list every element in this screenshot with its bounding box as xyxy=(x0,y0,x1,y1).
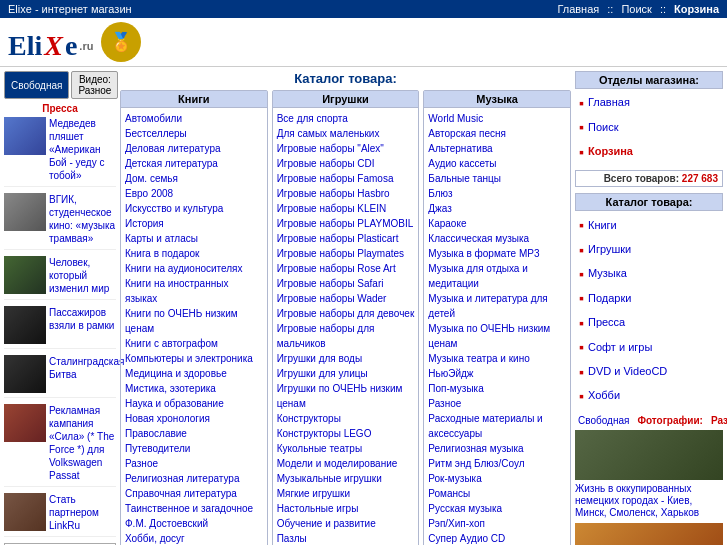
toys-link[interactable]: Кукольные театры xyxy=(277,441,415,456)
books-link[interactable]: Наука и образование xyxy=(125,396,263,411)
tab-svobodnaya-right[interactable]: Свободная xyxy=(575,414,632,427)
toys-link[interactable]: Конструкторы LEGO xyxy=(277,426,415,441)
news-link-0[interactable]: Медведев пляшет «Американ Бой - уеду с т… xyxy=(49,117,116,182)
books-link[interactable]: Книги на аудионосителях xyxy=(125,261,263,276)
tab-svobodnaya[interactable]: Свободная xyxy=(4,71,69,99)
shop-link[interactable]: ▪Корзина xyxy=(575,140,723,164)
right-cat-link[interactable]: ▪Хобби xyxy=(575,384,723,408)
books-link[interactable]: Детская литература xyxy=(125,156,263,171)
toys-link[interactable]: Музыкальные игрушки xyxy=(277,471,415,486)
books-link[interactable]: Книги с автографом xyxy=(125,336,263,351)
music-link[interactable]: Блюз xyxy=(428,186,566,201)
toys-link[interactable]: Игровые наборы KLEIN xyxy=(277,201,415,216)
music-link[interactable]: Религиозная музыка xyxy=(428,441,566,456)
toys-link[interactable]: Пазлы xyxy=(277,531,415,545)
toys-link[interactable]: Модели и моделирование xyxy=(277,456,415,471)
books-link[interactable]: Книги на иностранных языках xyxy=(125,276,263,306)
toys-link[interactable]: Игровые наборы Playmates xyxy=(277,246,415,261)
books-link[interactable]: Мистика, эзотерика xyxy=(125,381,263,396)
books-link[interactable]: Компьютеры и электроника xyxy=(125,351,263,366)
books-link[interactable]: Православие xyxy=(125,426,263,441)
books-link[interactable]: История xyxy=(125,216,263,231)
music-link[interactable]: Караоке xyxy=(428,216,566,231)
toys-link[interactable]: Мягкие игрушки xyxy=(277,486,415,501)
toys-link[interactable]: Игровые наборы Plasticart xyxy=(277,231,415,246)
music-link[interactable]: Джаз xyxy=(428,201,566,216)
music-link[interactable]: Музыка театра и кино xyxy=(428,351,566,366)
music-link[interactable]: Аудио кассеты xyxy=(428,156,566,171)
toys-link[interactable]: Игровые наборы для девочек xyxy=(277,306,415,321)
music-link[interactable]: Музыка в формате MP3 xyxy=(428,246,566,261)
books-link[interactable]: Религиозная литература xyxy=(125,471,263,486)
books-link[interactable]: Искусство и культура xyxy=(125,201,263,216)
music-link[interactable]: World Music xyxy=(428,111,566,126)
toys-link[interactable]: Игровые наборы Rose Art xyxy=(277,261,415,276)
music-link[interactable]: Классическая музыка xyxy=(428,231,566,246)
books-link[interactable]: Дом. семья xyxy=(125,171,263,186)
toys-link[interactable]: Игровые наборы Safari xyxy=(277,276,415,291)
shop-link[interactable]: ▪Главная xyxy=(575,91,723,115)
news-link-1[interactable]: ВГИК, студенческое кино: «музыка трамвая… xyxy=(49,193,116,245)
toys-link[interactable]: Игрушки для улицы xyxy=(277,366,415,381)
music-link[interactable]: Супер Аудио CD xyxy=(428,531,566,545)
nav-cart[interactable]: Корзина xyxy=(674,3,719,15)
books-link[interactable]: Автомобили xyxy=(125,111,263,126)
tab-video[interactable]: Видео: Разное xyxy=(71,71,118,99)
toys-link[interactable]: Конструкторы xyxy=(277,411,415,426)
music-link[interactable]: Ритм энд Блюз/Соул xyxy=(428,456,566,471)
nav-home[interactable]: Главная xyxy=(557,3,599,15)
toys-link[interactable]: Игровые наборы Hasbro xyxy=(277,186,415,201)
right-cat-link[interactable]: ▪DVD и VideoCD xyxy=(575,360,723,384)
toys-link[interactable]: Все для спорта xyxy=(277,111,415,126)
news-link-5[interactable]: Рекламная кампания «Сила» (* The Force *… xyxy=(49,404,116,482)
books-link[interactable]: Разное xyxy=(125,456,263,471)
books-link[interactable]: Деловая литература xyxy=(125,141,263,156)
right-cat-link[interactable]: ▪Игрушки xyxy=(575,238,723,262)
music-link[interactable]: Поп-музыка xyxy=(428,381,566,396)
music-link[interactable]: Романсы xyxy=(428,486,566,501)
music-link[interactable]: Рэп/Хип-хоп xyxy=(428,516,566,531)
books-link[interactable]: Книга в подарок xyxy=(125,246,263,261)
music-link[interactable]: Музыка и литература для детей xyxy=(428,291,566,321)
toys-link[interactable]: Игровые наборы PLAYMOBIL xyxy=(277,216,415,231)
books-link[interactable]: Ф.М. Достоевский xyxy=(125,516,263,531)
music-link[interactable]: Разное xyxy=(428,396,566,411)
music-link[interactable]: Расходные материалы и аксессуары xyxy=(428,411,566,441)
music-link[interactable]: Бальные танцы xyxy=(428,171,566,186)
tab-photos-label[interactable]: Разное xyxy=(708,414,727,427)
nav-search[interactable]: Поиск xyxy=(621,3,651,15)
right-cat-link[interactable]: ▪Книги xyxy=(575,213,723,237)
news-link-2[interactable]: Человек, который изменил мир xyxy=(49,256,116,295)
toys-link[interactable]: Игровые наборы для мальчиков xyxy=(277,321,415,351)
music-link[interactable]: НьюЭйдж xyxy=(428,366,566,381)
books-link[interactable]: Справочная литература xyxy=(125,486,263,501)
toys-link[interactable]: Обучение и развитие xyxy=(277,516,415,531)
books-link[interactable]: Книги по ОЧЕНЬ низким ценам xyxy=(125,306,263,336)
books-link[interactable]: Карты и атласы xyxy=(125,231,263,246)
toys-link[interactable]: Игровые наборы CDI xyxy=(277,156,415,171)
music-link[interactable]: Альтернатива xyxy=(428,141,566,156)
books-link[interactable]: Медицина и здоровье xyxy=(125,366,263,381)
right-cat-link[interactable]: ▪Пресса xyxy=(575,311,723,335)
news-link-6[interactable]: Стать партнером LinkRu xyxy=(49,493,116,532)
books-link[interactable]: Евро 2008 xyxy=(125,186,263,201)
music-link[interactable]: Авторская песня xyxy=(428,126,566,141)
tab-photos[interactable]: Фотографии: xyxy=(634,414,705,427)
music-link[interactable]: Рок-музыка xyxy=(428,471,566,486)
right-cat-link[interactable]: ▪Софт и игры xyxy=(575,335,723,359)
books-link[interactable]: Хобби, досуг xyxy=(125,531,263,545)
books-link[interactable]: Бестселлеры xyxy=(125,126,263,141)
shop-link[interactable]: ▪Поиск xyxy=(575,115,723,139)
toys-link[interactable]: Игровые наборы Famosa xyxy=(277,171,415,186)
music-link[interactable]: Русская музыка xyxy=(428,501,566,516)
books-link[interactable]: Новая хронология xyxy=(125,411,263,426)
toys-link[interactable]: Настольные игры xyxy=(277,501,415,516)
toys-link[interactable]: Для самых маленьких xyxy=(277,126,415,141)
toys-link[interactable]: Игрушки по ОЧЕНЬ низким ценам xyxy=(277,381,415,411)
photo-caption[interactable]: Жизнь в оккупированных немецких городах … xyxy=(575,483,699,518)
music-link[interactable]: Музыка по ОЧЕНЬ низким ценам xyxy=(428,321,566,351)
books-link[interactable]: Таинственное и загадочное xyxy=(125,501,263,516)
books-link[interactable]: Путеводители xyxy=(125,441,263,456)
music-link[interactable]: Музыка для отдыха и медитации xyxy=(428,261,566,291)
toys-link[interactable]: Игрушки для воды xyxy=(277,351,415,366)
